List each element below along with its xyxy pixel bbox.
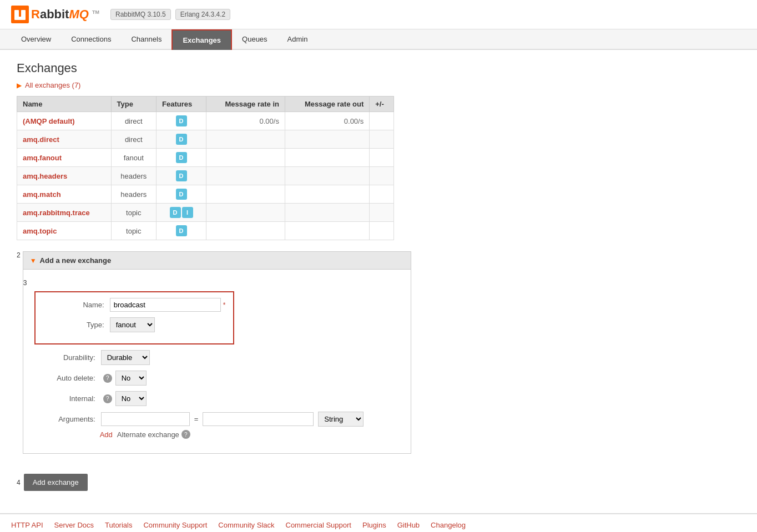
svg-rect-1: [14, 10, 19, 18]
add-exchange-title: Add a new exchange: [40, 256, 112, 265]
arg-type-select[interactable]: StringNumberBooleanList: [318, 412, 364, 427]
add-arg-link[interactable]: Add: [100, 430, 113, 439]
highlighted-form-area: Name: * Type: directfanoutheaderstopic: [34, 291, 235, 344]
table-row: amq.matchheadersD: [17, 185, 394, 204]
durability-select[interactable]: DurableTransient: [101, 350, 150, 365]
add-exchange-form: 3 Name: * Type: directfanoutheaderstopic: [23, 270, 411, 453]
footer-link[interactable]: Server Docs: [54, 521, 94, 529]
col-name: Name: [17, 97, 112, 112]
footer-link[interactable]: Community Support: [143, 521, 207, 529]
table-row: amq.topictopicD: [17, 222, 394, 240]
logo-icon: [11, 6, 29, 23]
footer-link[interactable]: Community Slack: [218, 521, 274, 529]
main-content: Exchanges ▶ All exchanges (7) Name Type …: [0, 50, 757, 513]
exchange-name-link[interactable]: amq.fanout: [23, 154, 62, 162]
exchange-name-link[interactable]: amq.topic: [23, 227, 57, 235]
feature-badge: D: [176, 225, 187, 236]
page-title: Exchanges: [17, 61, 740, 75]
nav-overview[interactable]: Overview: [11, 29, 61, 49]
alt-exchange-text: Alternate exchange: [117, 430, 179, 439]
svg-rect-0: [11, 6, 29, 23]
name-label: Name:: [43, 301, 104, 309]
exchange-name-link[interactable]: amq.headers: [23, 172, 67, 180]
step3-label: 3: [23, 279, 27, 287]
exchange-name-link[interactable]: amq.match: [23, 190, 61, 199]
type-select[interactable]: directfanoutheaderstopic: [110, 317, 155, 332]
logo-text: RabbitMQ TM: [31, 7, 99, 22]
table-row: amq.fanoutfanoutD: [17, 149, 394, 167]
col-type: Type: [111, 97, 156, 112]
col-features: Features: [156, 97, 206, 112]
feature-badge: I: [182, 207, 193, 218]
all-exchanges-toggle[interactable]: ▶ All exchanges (7): [17, 81, 740, 89]
footer-link[interactable]: Changelog: [431, 521, 466, 529]
alt-exchange-help-icon[interactable]: ?: [181, 430, 190, 439]
arguments-row: Arguments: = StringNumberBooleanList: [34, 412, 400, 427]
footer-link[interactable]: GitHub: [397, 521, 420, 529]
arguments-label: Arguments:: [34, 415, 95, 423]
auto-delete-row: Auto delete: ? NoYes: [34, 371, 400, 386]
feature-badge: D: [176, 115, 187, 126]
svg-rect-3: [14, 17, 26, 20]
name-row: Name: *: [43, 298, 226, 312]
table-row: amq.headersheadersD: [17, 167, 394, 185]
add-exchange-section: ▼ Add a new exchange 3 Name: *: [23, 251, 411, 454]
footer-link[interactable]: Tutorials: [105, 521, 132, 529]
auto-delete-select[interactable]: NoYes: [115, 371, 147, 386]
auto-delete-help-icon[interactable]: ?: [103, 374, 112, 383]
exchange-name-link[interactable]: amq.rabbitmq.trace: [23, 209, 90, 217]
nav-exchanges[interactable]: Exchanges: [171, 29, 232, 50]
table-row: (AMQP default)directD0.00/s0.00/s: [17, 112, 394, 130]
alt-exchange-row: Add Alternate exchange ?: [100, 430, 400, 439]
svg-rect-2: [21, 10, 26, 18]
add-exchange-button[interactable]: Add exchange: [24, 474, 88, 491]
arrow-icon: ▶: [17, 82, 22, 89]
exchange-name-link[interactable]: (AMQP default): [23, 117, 75, 125]
internal-select[interactable]: NoYes: [115, 391, 147, 406]
internal-label: Internal:: [34, 394, 95, 403]
add-arrow-icon: ▼: [30, 257, 37, 265]
arg-val-input[interactable]: [203, 412, 314, 426]
auto-delete-label: Auto delete:: [34, 374, 95, 382]
logo-tm: TM: [92, 9, 99, 15]
nav-queues[interactable]: Queues: [232, 29, 277, 49]
internal-help-icon[interactable]: ?: [103, 394, 112, 403]
rabbitmq-version: RabbitMQ 3.10.5: [110, 9, 171, 20]
table-row: amq.directdirectD: [17, 130, 394, 149]
step4-label: 4: [17, 479, 21, 487]
footer-link[interactable]: Plugins: [362, 521, 386, 529]
type-row: Type: directfanoutheaderstopic: [43, 317, 226, 332]
name-input[interactable]: [110, 298, 221, 312]
arg-key-input[interactable]: [101, 412, 190, 426]
exchange-name-link[interactable]: amq.direct: [23, 135, 59, 144]
col-rate-in: Message rate in: [206, 97, 285, 112]
feature-badge: D: [176, 170, 187, 181]
feature-badge: D: [176, 189, 187, 200]
add-exchange-toggle[interactable]: ▼ Add a new exchange: [23, 252, 411, 270]
footer: HTTP APIServer DocsTutorialsCommunity Su…: [0, 513, 757, 532]
add-button-row: 4 Add exchange: [17, 474, 740, 491]
feature-badge: D: [170, 207, 181, 218]
type-label: Type:: [43, 321, 104, 329]
internal-row: Internal: ? NoYes: [34, 391, 400, 406]
feature-badge: D: [176, 152, 187, 163]
name-required: *: [223, 301, 226, 309]
step2-label: 2: [17, 251, 21, 259]
durability-row: Durability: DurableTransient: [34, 350, 400, 365]
nav-bar: Overview Connections Channels Exchanges …: [0, 29, 757, 50]
feature-badge: D: [176, 134, 187, 145]
exchanges-table: Name Type Features Message rate in Messa…: [17, 96, 394, 240]
nav-admin[interactable]: Admin: [277, 29, 318, 49]
logo: RabbitMQ TM: [11, 6, 99, 23]
arg-eq: =: [194, 415, 199, 423]
erlang-version: Erlang 24.3.4.2: [175, 9, 230, 20]
all-exchanges-link[interactable]: All exchanges (7): [25, 81, 80, 89]
table-row: amq.rabbitmq.tracetopicDI: [17, 204, 394, 222]
col-rate-out: Message rate out: [285, 97, 369, 112]
footer-link[interactable]: HTTP API: [11, 521, 43, 529]
col-actions: +/-: [370, 97, 394, 112]
footer-link[interactable]: Commercial Support: [286, 521, 352, 529]
nav-channels[interactable]: Channels: [121, 29, 171, 49]
nav-connections[interactable]: Connections: [61, 29, 121, 49]
durability-label: Durability:: [34, 353, 95, 362]
